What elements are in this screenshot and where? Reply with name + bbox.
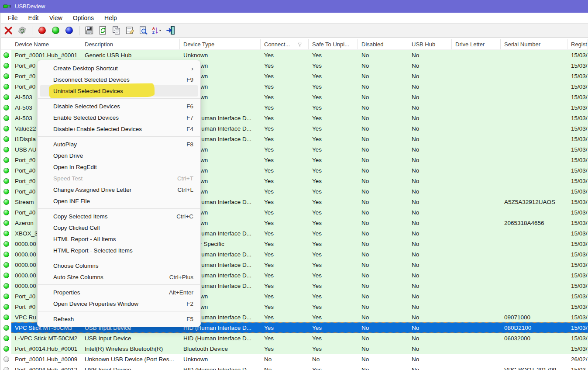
column-header-device-type[interactable]: Device Type [180, 39, 261, 49]
device-status-cell [1, 280, 11, 291]
context-menu-item-speed-test: Speed TestCtrl+T [38, 173, 200, 184]
cell-usb-hub: No [408, 301, 452, 312]
context-menu-item-disable-selected-devices[interactable]: Disable Selected DevicesF6 [38, 100, 200, 112]
cell-connected: Yes [261, 186, 309, 197]
table-row[interactable]: L-VPC Stick MT-50CM2USB Input DeviceHID … [1, 333, 588, 343]
menu-item-shortcut: Ctrl+Plus [169, 274, 193, 280]
device-connected-led-icon [3, 105, 9, 111]
cell-disabled: No [358, 197, 408, 207]
cell-connected: No [261, 354, 309, 364]
context-menu-item-html-report-selected-items[interactable]: HTML Report - Selected Items [38, 245, 200, 256]
table-row[interactable]: Port_#0004.Hub_#0012USB Input DeviceHID … [1, 364, 588, 370]
green-ball-icon[interactable] [50, 25, 62, 36]
cell-serial-number [501, 228, 567, 239]
context-menu-item-disable-enable-selected-devices[interactable]: Disable+Enable Selected DevicesF4 [38, 123, 200, 135]
context-menu-item-properties[interactable]: PropertiesAlt+Enter [38, 287, 200, 298]
cell-registry-time: 15/03/ [567, 228, 588, 239]
table-row[interactable]: Port_#0014.Hub_#0001Intel(R) Wireless Bl… [1, 343, 588, 354]
column-header-label: Regist [571, 41, 587, 48]
cell-device-type: Unknown [180, 50, 261, 60]
recycle-icon[interactable] [16, 25, 28, 36]
context-menu-item-open-device-properties-window[interactable]: Open Device Properties WindowF2 [38, 298, 200, 309]
sort-az-icon[interactable]: AZ [151, 25, 163, 36]
context-menu-item-refresh[interactable]: RefreshF5 [38, 313, 200, 325]
context-menu-item-open-in-regedit[interactable]: Open In RegEdit [38, 161, 200, 173]
menubar-item-edit[interactable]: Edit [23, 14, 44, 22]
column-header-usb-hub[interactable]: USB Hub [408, 39, 452, 49]
cell-drive-letter [452, 239, 501, 249]
device-connected-led-icon [3, 52, 9, 58]
cell-usb-hub: No [408, 323, 452, 332]
menubar-item-view[interactable]: View [44, 14, 68, 22]
copy-icon[interactable] [110, 25, 122, 36]
cell-disabled: No [358, 333, 408, 343]
device-connected-led-icon [3, 262, 9, 268]
cell-drive-letter [452, 165, 501, 176]
cell-usb-hub: No [408, 81, 452, 92]
context-menu-item-choose-columns[interactable]: Choose Columns [38, 260, 200, 271]
context-menu-item-html-report-all-items[interactable]: HTML Report - All Items [38, 233, 200, 245]
context-menu-separator [38, 284, 200, 285]
device-disconnected-led-icon [3, 356, 9, 362]
cell-registry-time: 15/03/ [567, 197, 588, 207]
menu-item-shortcut: Alt+Enter [169, 289, 193, 296]
column-header-device-name[interactable]: Device Name [11, 39, 81, 49]
refresh-doc-icon[interactable] [97, 25, 109, 36]
cell-description: USB Input Device [81, 364, 180, 370]
menubar-item-file[interactable]: File [3, 14, 23, 22]
context-menu-item-open-drive[interactable]: Open Drive [38, 150, 200, 161]
cell-connected: Yes [261, 323, 309, 332]
context-menu-item-uninstall-selected-devices[interactable]: Uninstall Selected Devices [38, 85, 200, 97]
context-menu-item-change-assigned-drive-letter[interactable]: Change Assigned Drive LetterCtrl+L [38, 184, 200, 195]
cell-serial-number [501, 186, 567, 197]
cell-disabled: No [358, 165, 408, 176]
cell-registry-time: 15/03 [567, 364, 588, 370]
device-connected-led-icon [3, 136, 9, 142]
device-connected-led-icon [3, 231, 9, 236]
cell-disabled: No [358, 239, 408, 249]
column-header-safe-to-unpl[interactable]: Safe To Unpl... [309, 39, 358, 49]
save-icon[interactable] [83, 25, 95, 36]
cell-safe-to-unplug: No [309, 354, 358, 364]
sort-indicator-icon [297, 42, 302, 47]
column-header-disabled[interactable]: Disabled [358, 39, 408, 49]
menubar-item-help[interactable]: Help [99, 14, 122, 22]
device-status-cell [1, 228, 11, 239]
column-header-connect[interactable]: Connect... [261, 39, 309, 49]
cell-safe-to-unplug: Yes [309, 81, 358, 92]
cell-serial-number [501, 343, 567, 354]
cell-usb-hub: No [408, 60, 452, 71]
column-header-regist[interactable]: Regist [567, 39, 588, 49]
cell-connected: Yes [261, 60, 309, 71]
blue-ball-icon[interactable] [63, 25, 75, 36]
cell-usb-hub: No [408, 134, 452, 144]
context-menu-item-autoplay[interactable]: AutoPlayF8 [38, 138, 200, 150]
column-header-serial-number[interactable]: Serial Number [501, 39, 567, 49]
context-menu-item-copy-clicked-cell[interactable]: Copy Clicked Cell [38, 222, 200, 233]
context-menu-item-copy-selected-items[interactable]: Copy Selected ItemsCtrl+C [38, 211, 200, 222]
table-row[interactable]: Port_#0001.Hub_#0001Generic USB HubUnkno… [1, 50, 588, 60]
device-connected-led-icon [3, 346, 9, 352]
context-menu-item-enable-selected-devices[interactable]: Enable Selected DevicesF7 [38, 112, 200, 123]
context-menu-item-auto-size-columns[interactable]: Auto Size ColumnsCtrl+Plus [38, 271, 200, 283]
menubar-item-options[interactable]: Options [68, 14, 99, 22]
cell-registry-time: 26/02/ [567, 354, 588, 364]
device-status-cell [1, 259, 11, 270]
column-header-label: Drive Letter [455, 41, 485, 48]
cell-connected: Yes [261, 333, 309, 343]
device-connected-led-icon [3, 115, 9, 121]
toolbar-separator [32, 26, 32, 35]
device-connected-led-icon [3, 241, 9, 247]
cell-registry-time: 15/03/ [567, 259, 588, 270]
table-row[interactable]: Port_#0001.Hub_#0009Unknown USB Device (… [1, 354, 588, 364]
column-header-description[interactable]: Description [81, 39, 180, 49]
properties-doc-icon[interactable] [124, 25, 136, 36]
column-header-drive-letter[interactable]: Drive Letter [452, 39, 501, 49]
cell-drive-letter [452, 291, 501, 301]
context-menu-item-open-inf-file[interactable]: Open INF File [38, 195, 200, 207]
exit-door-icon[interactable] [165, 25, 176, 36]
context-menu-item-create-desktop-shortcut[interactable]: Create Desktop Shortcut› [38, 62, 200, 74]
find-doc-icon[interactable] [138, 25, 149, 36]
red-ball-icon[interactable] [36, 25, 48, 36]
uninstall-x-icon[interactable] [3, 25, 14, 36]
